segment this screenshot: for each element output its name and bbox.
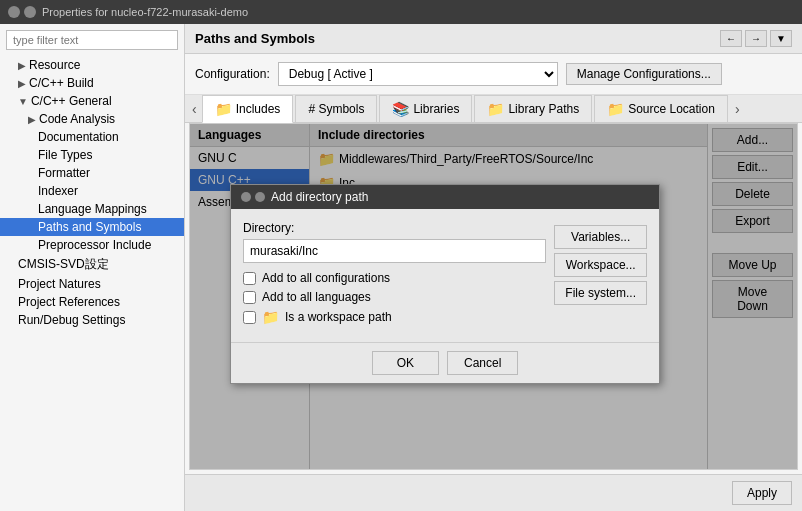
titlebar-dot-1 bbox=[8, 6, 20, 18]
tabs-container: ‹ 📁 Includes # Symbols 📚 Libraries 📁 Lib… bbox=[185, 95, 802, 123]
sidebar-item-paths-and-symbols[interactable]: Paths and Symbols bbox=[0, 218, 184, 236]
variables-button[interactable]: Variables... bbox=[554, 225, 647, 249]
filter-input[interactable] bbox=[6, 30, 178, 50]
directory-label: Directory: bbox=[243, 221, 546, 235]
window-title: Properties for nucleo-f722-murasaki-demo bbox=[42, 6, 248, 18]
sidebar-item-code-analysis[interactable]: ▶Code Analysis bbox=[0, 110, 184, 128]
dialog-titlebar: Add directory path bbox=[231, 185, 659, 209]
sidebar-item-project-natures[interactable]: Project Natures bbox=[0, 275, 184, 293]
tab-includes[interactable]: 📁 Includes bbox=[202, 95, 294, 123]
sidebar: ▶Resource ▶C/C++ Build ▼C/C++ General ▶C… bbox=[0, 24, 185, 511]
tab-library-paths[interactable]: 📁 Library Paths bbox=[474, 95, 592, 122]
includes-tab-icon: 📁 bbox=[215, 101, 232, 117]
workspace-button[interactable]: Workspace... bbox=[554, 253, 647, 277]
directory-input[interactable] bbox=[243, 239, 546, 263]
tab-libraries[interactable]: 📚 Libraries bbox=[379, 95, 472, 122]
sidebar-item-project-references[interactable]: Project References bbox=[0, 293, 184, 311]
titlebar: Properties for nucleo-f722-murasaki-demo bbox=[0, 0, 802, 24]
dialog-overlay: Add directory path Directory: Add to all… bbox=[190, 124, 797, 469]
tab-scroll-right-button[interactable]: › bbox=[730, 97, 745, 121]
config-label: Configuration: bbox=[195, 67, 270, 81]
sidebar-item-cpp-general[interactable]: ▼C/C++ General bbox=[0, 92, 184, 110]
apply-button[interactable]: Apply bbox=[732, 481, 792, 505]
checkbox-workspace-path-input[interactable] bbox=[243, 311, 256, 324]
add-directory-dialog: Add directory path Directory: Add to all… bbox=[230, 184, 660, 384]
titlebar-dot-2 bbox=[24, 6, 36, 18]
titlebar-controls bbox=[8, 6, 36, 18]
checkbox-workspace-path: 📁 Is a workspace path bbox=[243, 309, 546, 325]
page-title: Paths and Symbols bbox=[195, 31, 315, 46]
sidebar-item-cmsis-svd[interactable]: CMSIS-SVD設定 bbox=[0, 254, 184, 275]
libraries-tab-icon: 📚 bbox=[392, 101, 409, 117]
nav-arrows: ← → ▼ bbox=[720, 30, 792, 47]
sidebar-item-formatter[interactable]: Formatter bbox=[0, 164, 184, 182]
dialog-dot-1 bbox=[241, 192, 251, 202]
config-select[interactable]: Debug [ Active ] bbox=[278, 62, 558, 86]
nav-menu-button[interactable]: ▼ bbox=[770, 30, 792, 47]
sidebar-tree: ▶Resource ▶C/C++ Build ▼C/C++ General ▶C… bbox=[0, 56, 184, 511]
sidebar-item-documentation[interactable]: Documentation bbox=[0, 128, 184, 146]
nav-back-button[interactable]: ← bbox=[720, 30, 742, 47]
content-header: Paths and Symbols ← → ▼ bbox=[185, 24, 802, 54]
file-system-button[interactable]: File system... bbox=[554, 281, 647, 305]
tab-symbols[interactable]: # Symbols bbox=[295, 95, 377, 122]
dialog-footer: OK Cancel bbox=[231, 342, 659, 383]
tab-scroll-left-button[interactable]: ‹ bbox=[187, 97, 202, 121]
dialog-title-icons bbox=[241, 192, 265, 202]
sidebar-item-cpp-build[interactable]: ▶C/C++ Build bbox=[0, 74, 184, 92]
checkbox-all-configs-input[interactable] bbox=[243, 272, 256, 285]
main-container: ▶Resource ▶C/C++ Build ▼C/C++ General ▶C… bbox=[0, 24, 802, 511]
dialog-dot-2 bbox=[255, 192, 265, 202]
nav-forward-button[interactable]: → bbox=[745, 30, 767, 47]
dialog-body: Directory: Add to all configurations Add… bbox=[231, 209, 659, 342]
library-paths-tab-icon: 📁 bbox=[487, 101, 504, 117]
source-location-tab-icon: 📁 bbox=[607, 101, 624, 117]
checkbox-all-langs-input[interactable] bbox=[243, 291, 256, 304]
manage-configurations-button[interactable]: Manage Configurations... bbox=[566, 63, 722, 85]
checkbox-all-langs: Add to all languages bbox=[243, 290, 546, 304]
content-panel: Paths and Symbols ← → ▼ Configuration: D… bbox=[185, 24, 802, 511]
workspace-icon: 📁 bbox=[262, 309, 279, 325]
sidebar-item-language-mappings[interactable]: Language Mappings bbox=[0, 200, 184, 218]
tab-content: Languages GNU C GNU C++ Assembly Include… bbox=[189, 123, 798, 470]
checkbox-all-configs: Add to all configurations bbox=[243, 271, 546, 285]
dialog-title: Add directory path bbox=[271, 190, 368, 204]
dialog-cancel-button[interactable]: Cancel bbox=[447, 351, 518, 375]
action-bar: Apply bbox=[185, 474, 802, 511]
tabs: 📁 Includes # Symbols 📚 Libraries 📁 Libra… bbox=[202, 95, 730, 122]
sidebar-item-file-types[interactable]: File Types bbox=[0, 146, 184, 164]
sidebar-item-indexer[interactable]: Indexer bbox=[0, 182, 184, 200]
config-row: Configuration: Debug [ Active ] Manage C… bbox=[185, 54, 802, 95]
tab-source-location[interactable]: 📁 Source Location bbox=[594, 95, 728, 122]
sidebar-item-run-debug[interactable]: Run/Debug Settings bbox=[0, 311, 184, 329]
dialog-ok-button[interactable]: OK bbox=[372, 351, 439, 375]
dialog-side-buttons: Variables... Workspace... File system... bbox=[554, 221, 647, 330]
sidebar-item-resource[interactable]: ▶Resource bbox=[0, 56, 184, 74]
sidebar-item-preprocessor-include[interactable]: Preprocessor Include bbox=[0, 236, 184, 254]
